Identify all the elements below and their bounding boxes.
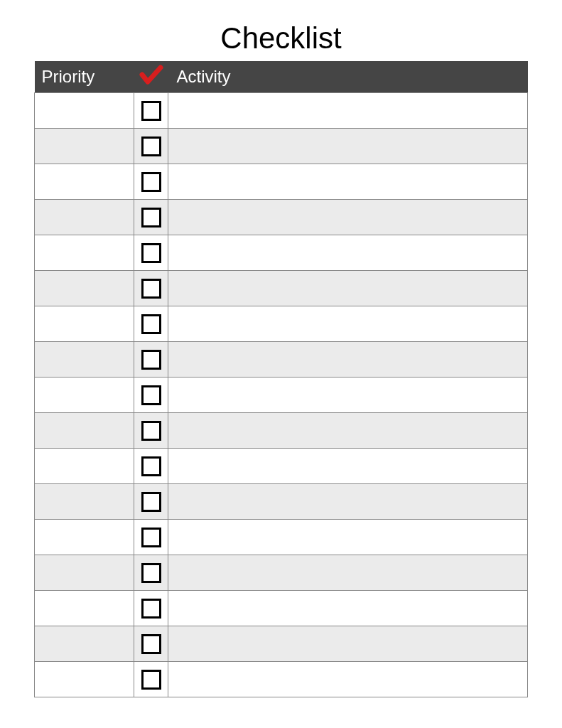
check-cell: [134, 484, 168, 520]
checkbox[interactable]: [141, 172, 161, 192]
priority-cell[interactable]: [35, 93, 134, 129]
priority-cell[interactable]: [35, 306, 134, 342]
activity-cell[interactable]: [168, 129, 528, 164]
activity-cell[interactable]: [168, 271, 528, 306]
table-row: [35, 591, 528, 626]
checkbox[interactable]: [141, 563, 161, 583]
check-cell: [134, 626, 168, 662]
checkbox[interactable]: [141, 136, 161, 156]
checkbox[interactable]: [141, 634, 161, 654]
activity-cell[interactable]: [168, 342, 528, 378]
table-row: [35, 555, 528, 591]
table-row: [35, 271, 528, 306]
table-row: [35, 342, 528, 378]
check-cell: [134, 449, 168, 484]
checkbox[interactable]: [141, 101, 161, 121]
table-row: [35, 413, 528, 449]
header-priority: Priority: [35, 61, 134, 93]
priority-cell[interactable]: [35, 626, 134, 662]
table-row: [35, 378, 528, 413]
checkbox[interactable]: [141, 599, 161, 619]
table-row: [35, 306, 528, 342]
page-title: Checklist: [34, 21, 528, 55]
table-row: [35, 200, 528, 235]
checkbox[interactable]: [141, 243, 161, 263]
checkbox[interactable]: [141, 492, 161, 512]
activity-cell[interactable]: [168, 378, 528, 413]
check-cell: [134, 413, 168, 449]
activity-cell[interactable]: [168, 555, 528, 591]
priority-cell[interactable]: [35, 342, 134, 378]
activity-cell[interactable]: [168, 484, 528, 520]
priority-cell[interactable]: [35, 235, 134, 271]
check-cell: [134, 129, 168, 164]
check-cell: [134, 662, 168, 697]
checkbox[interactable]: [141, 208, 161, 228]
priority-cell[interactable]: [35, 555, 134, 591]
priority-cell[interactable]: [35, 449, 134, 484]
activity-cell[interactable]: [168, 413, 528, 449]
header-activity: Activity: [168, 61, 528, 93]
priority-cell[interactable]: [35, 484, 134, 520]
check-cell: [134, 378, 168, 413]
table-row: [35, 93, 528, 129]
priority-cell[interactable]: [35, 378, 134, 413]
table-row: [35, 129, 528, 164]
priority-cell[interactable]: [35, 413, 134, 449]
activity-cell[interactable]: [168, 93, 528, 129]
checkbox[interactable]: [141, 421, 161, 441]
activity-cell[interactable]: [168, 306, 528, 342]
activity-cell[interactable]: [168, 662, 528, 697]
activity-cell[interactable]: [168, 235, 528, 271]
checkbox[interactable]: [141, 314, 161, 334]
priority-cell[interactable]: [35, 200, 134, 235]
priority-cell[interactable]: [35, 164, 134, 200]
check-cell: [134, 555, 168, 591]
priority-cell[interactable]: [35, 591, 134, 626]
checkbox[interactable]: [141, 350, 161, 370]
priority-cell[interactable]: [35, 520, 134, 555]
table-row: [35, 449, 528, 484]
check-cell: [134, 200, 168, 235]
table-row: [35, 520, 528, 555]
checkbox[interactable]: [141, 385, 161, 405]
table-row: [35, 164, 528, 200]
activity-cell[interactable]: [168, 626, 528, 662]
checkbox[interactable]: [141, 528, 161, 547]
check-cell: [134, 271, 168, 306]
checkbox[interactable]: [141, 670, 161, 690]
activity-cell[interactable]: [168, 591, 528, 626]
checkbox[interactable]: [141, 456, 161, 476]
activity-cell[interactable]: [168, 449, 528, 484]
table-row: [35, 235, 528, 271]
table-row: [35, 626, 528, 662]
check-cell: [134, 342, 168, 378]
activity-cell[interactable]: [168, 200, 528, 235]
priority-cell[interactable]: [35, 129, 134, 164]
table-row: [35, 484, 528, 520]
activity-cell[interactable]: [168, 520, 528, 555]
priority-cell[interactable]: [35, 662, 134, 697]
activity-cell[interactable]: [168, 164, 528, 200]
check-cell: [134, 306, 168, 342]
header-check: [134, 61, 168, 93]
table-header-row: Priority Activity: [35, 61, 528, 93]
check-cell: [134, 164, 168, 200]
table-row: [35, 662, 528, 697]
check-cell: [134, 93, 168, 129]
checkmark-icon: [139, 64, 163, 90]
check-cell: [134, 235, 168, 271]
check-cell: [134, 520, 168, 555]
checkbox[interactable]: [141, 279, 161, 299]
checklist-table: Priority Activity: [34, 61, 528, 697]
check-cell: [134, 591, 168, 626]
priority-cell[interactable]: [35, 271, 134, 306]
